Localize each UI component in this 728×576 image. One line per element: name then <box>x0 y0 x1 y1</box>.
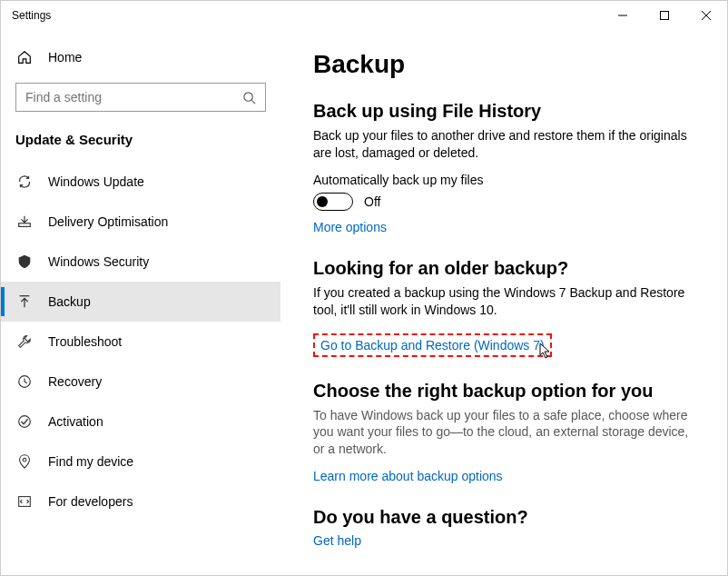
svg-rect-6 <box>19 223 31 227</box>
sidebar-item-label: Recovery <box>48 374 102 389</box>
search-box[interactable] <box>15 83 266 112</box>
sidebar-item-windows-update[interactable]: Windows Update <box>1 162 280 202</box>
cursor-icon <box>539 343 552 359</box>
search-icon <box>242 91 256 104</box>
sidebar-item-label: Delivery Optimisation <box>48 214 168 229</box>
sidebar-item-label: Windows Security <box>48 254 149 269</box>
choose-option-desc: To have Windows back up your files to a … <box>313 407 694 459</box>
main-content: Backup Back up using File History Back u… <box>280 30 727 575</box>
sidebar-item-troubleshoot[interactable]: Troubleshoot <box>1 322 280 362</box>
sidebar-item-label: For developers <box>48 494 133 509</box>
sidebar-item-label: Find my device <box>48 454 133 469</box>
toggle-state: Off <box>364 194 380 209</box>
developer-icon <box>15 493 34 510</box>
sidebar-item-find-my-device[interactable]: Find my device <box>1 442 280 482</box>
auto-backup-toggle[interactable] <box>313 193 353 211</box>
backup-restore-win7-link[interactable]: Go to Backup and Restore (Windows 7) <box>320 338 545 353</box>
file-history-desc: Back up your files to another drive and … <box>313 127 694 162</box>
sidebar-item-for-developers[interactable]: For developers <box>1 482 280 521</box>
sidebar-item-activation[interactable]: Activation <box>1 402 280 442</box>
wrench-icon <box>15 333 34 350</box>
sidebar-item-label: Backup <box>48 294 91 309</box>
svg-point-8 <box>19 416 31 428</box>
home-nav[interactable]: Home <box>1 39 280 75</box>
minimize-button[interactable] <box>602 1 644 30</box>
svg-line-5 <box>251 100 255 104</box>
question-heading: Do you have a question? <box>313 507 694 528</box>
titlebar: Settings <box>1 1 727 30</box>
maximize-button[interactable] <box>644 1 685 30</box>
sidebar-item-recovery[interactable]: Recovery <box>1 362 280 402</box>
toggle-label: Automatically back up my files <box>313 173 694 187</box>
shield-icon <box>15 253 34 270</box>
sidebar: Home Update & Security Windows Update De… <box>1 30 280 575</box>
sidebar-item-backup[interactable]: Backup <box>1 282 280 322</box>
choose-option-heading: Choose the right backup option for you <box>313 381 694 402</box>
window-title: Settings <box>12 9 51 22</box>
sidebar-item-label: Activation <box>48 414 103 429</box>
sidebar-item-delivery-optimisation[interactable]: Delivery Optimisation <box>1 202 280 242</box>
learn-more-link[interactable]: Learn more about backup options <box>313 469 503 483</box>
sidebar-section-header: Update & Security <box>1 123 280 162</box>
sync-icon <box>15 174 34 190</box>
close-button[interactable] <box>685 1 727 30</box>
file-history-heading: Back up using File History <box>313 101 694 122</box>
get-help-link[interactable]: Get help <box>313 533 361 548</box>
sidebar-item-windows-security[interactable]: Windows Security <box>1 242 280 282</box>
older-backup-heading: Looking for an older backup? <box>313 258 694 279</box>
location-icon <box>15 453 34 470</box>
search-input[interactable] <box>25 90 242 104</box>
delivery-icon <box>15 214 34 230</box>
more-options-link[interactable]: More options <box>313 220 387 234</box>
older-backup-desc: If you created a backup using the Window… <box>313 284 694 319</box>
sidebar-item-label: Windows Update <box>48 174 144 189</box>
svg-point-9 <box>23 458 26 462</box>
home-label: Home <box>48 50 82 65</box>
page-title: Backup <box>313 50 694 79</box>
home-icon <box>15 49 34 65</box>
svg-rect-1 <box>661 12 669 20</box>
check-icon <box>15 413 34 430</box>
recovery-icon <box>15 373 34 390</box>
backup-icon <box>15 293 34 310</box>
sidebar-item-label: Troubleshoot <box>48 334 122 349</box>
svg-point-4 <box>244 92 252 100</box>
highlight-annotation: Go to Backup and Restore (Windows 7) <box>313 333 552 357</box>
